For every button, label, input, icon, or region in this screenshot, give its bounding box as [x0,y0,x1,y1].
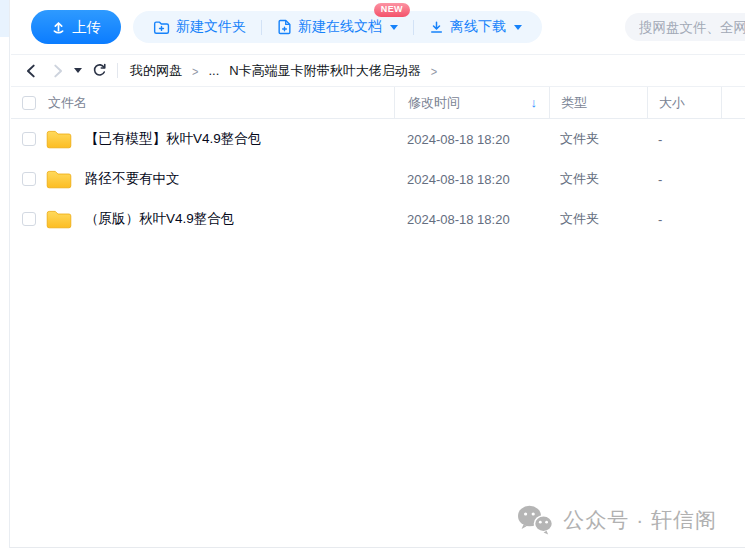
file-modified: 2024-08-18 18:20 [394,212,549,227]
breadcrumb-ellipsis[interactable]: ... [208,63,219,78]
file-size: - [647,172,721,187]
file-size: - [647,132,721,147]
breadcrumb-current[interactable]: N卡高端显卡附带秋叶大佬启动器 [229,62,420,80]
nav-divider [117,63,118,78]
download-icon [429,20,444,35]
toolbar-action-group: 新建文件夹 新建在线文档 NEW [133,11,542,43]
breadcrumb-bar: 我的网盘 > ... N卡高端显卡附带秋叶大佬启动器 > [11,55,745,87]
toolbar-divider [261,20,262,35]
breadcrumb-separator: > [431,64,437,78]
file-name[interactable]: 【已有模型】秋叶V4.9整合包 [85,130,261,148]
column-header-modified[interactable]: 修改时间 [408,94,460,112]
select-all-checkbox[interactable] [22,96,36,110]
new-online-doc-label: 新建在线文档 [298,18,382,36]
file-type: 文件夹 [549,210,647,228]
upload-button-label: 上传 [72,18,101,37]
new-folder-icon [153,20,170,35]
table-row[interactable]: 路径不要有中文 2024-08-18 18:20 文件夹 - [11,159,745,199]
folder-icon [46,209,72,230]
history-dropdown-button[interactable] [74,68,82,73]
sort-desc-icon[interactable]: ↓ [531,95,538,110]
breadcrumb-root[interactable]: 我的网盘 [130,62,182,80]
new-folder-button[interactable]: 新建文件夹 [153,18,246,36]
file-name[interactable]: （原版）秋叶V4.9整合包 [85,210,234,228]
chevron-down-icon [390,25,398,30]
new-badge: NEW [374,3,410,17]
file-type: 文件夹 [549,170,647,188]
column-header-size[interactable]: 大小 [659,94,685,112]
file-modified: 2024-08-18 18:20 [394,172,549,187]
chevron-down-icon [74,68,82,73]
new-online-doc-button[interactable]: 新建在线文档 NEW [277,18,398,36]
file-list: 【已有模型】秋叶V4.9整合包 2024-08-18 18:20 文件夹 - 路… [11,119,745,239]
breadcrumb: 我的网盘 > ... N卡高端显卡附带秋叶大佬启动器 > [130,62,447,80]
column-header-extra [721,87,745,118]
folder-icon [46,129,72,150]
chevron-down-icon [514,25,522,30]
row-checkbox[interactable] [22,212,36,226]
offline-download-button[interactable]: 离线下载 [429,18,522,36]
back-button[interactable] [24,64,38,78]
file-type: 文件夹 [549,130,647,148]
folder-icon [46,169,72,190]
table-row[interactable]: 【已有模型】秋叶V4.9整合包 2024-08-18 18:20 文件夹 - [11,119,745,159]
column-header-type[interactable]: 类型 [561,94,587,112]
row-checkbox[interactable] [22,172,36,186]
breadcrumb-separator: > [192,64,198,78]
upload-button[interactable]: 上传 [31,10,121,44]
watermark: 公众号 · 轩信阁 [516,504,717,535]
search-input[interactable] [625,13,745,41]
toolbar-divider [413,20,414,35]
row-checkbox[interactable] [22,132,36,146]
new-doc-icon [277,19,292,35]
file-size: - [647,212,721,227]
sidebar-edge-strip-top [0,0,9,37]
file-table-header: 文件名 修改时间 ↓ 类型 大小 [11,87,745,119]
file-name[interactable]: 路径不要有中文 [85,170,180,188]
forward-button[interactable] [51,64,65,78]
refresh-button[interactable] [92,63,107,78]
column-header-name[interactable]: 文件名 [48,94,87,112]
wechat-icon [516,504,554,535]
toolbar: 上传 新建文件夹 [11,0,745,55]
offline-download-label: 离线下载 [450,18,506,36]
table-row[interactable]: （原版）秋叶V4.9整合包 2024-08-18 18:20 文件夹 - [11,199,745,239]
upload-icon [51,20,66,35]
new-folder-label: 新建文件夹 [176,18,246,36]
main-content: 上传 新建文件夹 [11,0,745,548]
file-modified: 2024-08-18 18:20 [394,132,549,147]
watermark-text: 公众号 · 轩信阁 [563,506,717,534]
sidebar-edge-strip [0,0,10,548]
